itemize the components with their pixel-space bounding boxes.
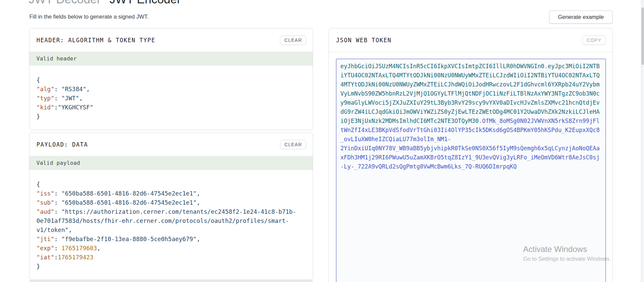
token-card-head: JSON WEB TOKEN COPY [329, 28, 612, 52]
header-card-head: HEADER: ALGORITHM & TOKEN TYPE CLEAR [29, 28, 313, 52]
payload-json-editor[interactable]: { "iss": "650ba588-6501-4816-82d6-47545e… [29, 170, 313, 280]
tab-jwt-decoder[interactable]: JWT Decoder [29, 0, 101, 6]
header-card-title: HEADER: ALGORITHM & TOKEN TYPE [36, 37, 155, 44]
next-card-top-edge [29, 280, 313, 282]
payload-card-head: PAYLOAD: DATA CLEAR [29, 133, 313, 156]
token-card: JSON WEB TOKEN COPY eyJhbGciOiJSUzM4NCIs… [329, 28, 613, 282]
payload-card-title: PAYLOAD: DATA [36, 141, 88, 148]
generate-example-button[interactable]: Generate example [549, 10, 613, 24]
copy-button[interactable]: COPY [582, 35, 606, 45]
header-json-editor[interactable]: { "alg": "RS384", "typ": "JWT", "kid":"Y… [29, 66, 313, 130]
payload-clear-button[interactable]: CLEAR [280, 140, 306, 149]
payload-card: PAYLOAD: DATA CLEAR Valid payload { "iss… [29, 132, 313, 280]
tab-jwt-encoder[interactable]: JWT Encoder [109, 0, 181, 6]
scrollbar-thumb[interactable] [641, 7, 644, 65]
token-card-title: JSON WEB TOKEN [336, 37, 391, 44]
header-clear-button[interactable]: CLEAR [280, 35, 306, 45]
payload-status-badge: Valid payload [29, 156, 313, 170]
header-status-badge: Valid header [29, 52, 313, 66]
page-subtitle: Fill in the fields below to generate a s… [29, 14, 149, 20]
jwt-output-textarea[interactable]: eyJhbGciOiJSUzM4NCIsInR5cCI6IkpXVCIsImtp… [336, 59, 606, 282]
header-card: HEADER: ALGORITHM & TOKEN TYPE CLEAR Val… [29, 28, 313, 130]
view-tabs: JWT Decoder JWT Encoder [29, 0, 181, 6]
